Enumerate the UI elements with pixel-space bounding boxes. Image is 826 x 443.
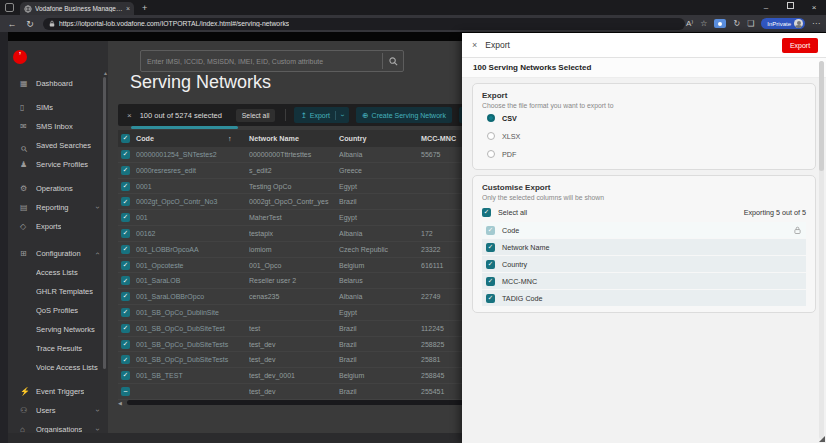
sidebar-item[interactable]: QoS Profiles	[8, 301, 108, 320]
radio-button[interactable]	[487, 132, 495, 140]
sidebar-item[interactable]: ✉ SMS Inbox	[8, 117, 108, 136]
format-option[interactable]: CSV	[487, 109, 806, 127]
row-checkbox[interactable]: ✓	[121, 197, 130, 206]
column-checkbox[interactable]: ✓	[486, 243, 495, 252]
favorites-star-icon[interactable]: ☆	[700, 19, 707, 28]
back-icon[interactable]: ←	[3, 19, 21, 29]
select-all-button[interactable]: Select all	[236, 109, 276, 122]
cell-code: 001	[136, 210, 246, 225]
web-capture-icon[interactable]	[714, 19, 726, 28]
sidebar-item[interactable]: ⚡ Event Triggers	[8, 382, 108, 401]
column-checkbox[interactable]: ✓	[486, 226, 495, 235]
row-checkbox[interactable]: ✓	[121, 292, 130, 301]
sidebar-scroll-up-icon[interactable]: ▴	[104, 69, 107, 76]
row-checkbox[interactable]: –	[121, 387, 130, 396]
table-top-scrollbar[interactable]	[131, 126, 238, 129]
row-checkbox[interactable]: ✓	[121, 371, 130, 380]
sidebar-item[interactable]: ⚇ Users ›	[8, 401, 108, 420]
more-menu-icon[interactable]: ⋯	[812, 19, 820, 28]
panel-export-button[interactable]: Export	[782, 38, 818, 53]
select-all-checkbox[interactable]: ✓	[482, 208, 491, 217]
search-input[interactable]	[141, 58, 382, 65]
check-icon: ✓	[123, 341, 128, 348]
row-checkbox[interactable]: ✓	[121, 150, 130, 159]
tab-search-icon[interactable]	[5, 3, 14, 12]
column-header-mcc-mnc[interactable]: MCC-MNC	[421, 130, 456, 147]
column-item[interactable]: ✓ Code	[482, 222, 806, 238]
resize-grip[interactable]	[819, 436, 825, 442]
check-icon: ✓	[123, 230, 128, 237]
column-header-code[interactable]: Code	[136, 130, 154, 147]
cell-network-name: iomiom	[249, 242, 337, 257]
header-checkbox[interactable]: ✓	[121, 134, 130, 143]
column-header-country[interactable]: Country	[339, 130, 367, 147]
column-checkbox[interactable]: ✓	[486, 277, 495, 286]
column-item[interactable]: ✓ Network Name	[482, 239, 806, 255]
format-option[interactable]: XLSX	[487, 127, 806, 145]
sidebar-item[interactable]: Serving Networks	[8, 320, 108, 339]
tab-close-icon[interactable]: ×	[126, 5, 130, 12]
row-checkbox[interactable]: ✓	[121, 276, 130, 285]
sidebar-item[interactable]: ⚲ Saved Searches	[8, 136, 108, 155]
window-minimize-button[interactable]: –	[754, 0, 778, 15]
format-option[interactable]: PDF	[487, 145, 806, 163]
sidebar-item[interactable]: GHLR Templates	[8, 282, 108, 301]
reload-circle-icon[interactable]: ↻	[733, 19, 740, 28]
split-screen-icon[interactable]: ❏	[747, 19, 754, 28]
row-checkbox[interactable]: ✓	[121, 355, 130, 364]
export-button[interactable]: ↥ Export ›	[294, 107, 349, 123]
column-item[interactable]: ✓ MCC-MNC	[482, 273, 806, 289]
read-aloud-icon[interactable]: A⁾	[686, 19, 693, 28]
row-checkbox[interactable]: ✓	[121, 340, 130, 349]
customise-card: Customise Export Only the selected colum…	[472, 175, 816, 313]
row-checkbox[interactable]: ✓	[121, 229, 130, 238]
row-checkbox[interactable]: ✓	[121, 213, 130, 222]
panel-close-icon[interactable]: ×	[472, 40, 477, 50]
row-checkbox[interactable]: ✓	[121, 245, 130, 254]
sidebar-item[interactable]: ♟ Service Profiles	[8, 155, 108, 174]
sidebar-item-label: Access Lists	[36, 268, 78, 277]
radio-button[interactable]	[487, 114, 495, 122]
new-tab-button[interactable]: +	[142, 3, 147, 13]
radio-button[interactable]	[487, 150, 495, 158]
export-chevron-icon[interactable]: ›	[339, 114, 346, 116]
row-checkbox[interactable]: ✓	[121, 324, 130, 333]
row-checkbox[interactable]: ✓	[121, 308, 130, 317]
sidebar-item[interactable]: ▯ SIMs	[8, 98, 108, 117]
row-checkbox[interactable]: ✓	[121, 261, 130, 270]
sidebar-item[interactable]: ⊞ Configuration ›	[8, 244, 108, 263]
cell-code: 001_SB_OpCo_DublinSite	[136, 305, 246, 320]
sidebar-item[interactable]: Trace Results	[8, 339, 108, 358]
sidebar-item[interactable]: ▤ Reporting ›	[8, 198, 108, 217]
browser-tab[interactable]: Vodafone Business Managed IoT ×	[20, 2, 134, 15]
refresh-icon[interactable]: ↻	[21, 19, 39, 29]
scroll-left-icon[interactable]: ◀	[118, 400, 122, 406]
sidebar-item[interactable]: Voice Access Lists	[8, 358, 108, 377]
panel-scroll-thumb[interactable]	[819, 61, 824, 171]
sidebar-item[interactable]: ◇ Exports	[8, 217, 108, 236]
address-bar[interactable]: https://iotportal-lob.vodafone.com/IOTPO…	[43, 18, 685, 30]
clear-selection-icon[interactable]: ×	[127, 111, 132, 120]
search-icon	[389, 57, 398, 66]
sort-asc-icon[interactable]: ↑	[228, 130, 232, 147]
column-checkbox[interactable]: ✓	[486, 260, 495, 269]
column-item[interactable]: ✓ Country	[482, 256, 806, 272]
window-close-button[interactable]: ×	[802, 0, 826, 15]
column-item-label: TADIG Code	[502, 294, 543, 303]
row-checkbox[interactable]: ✓	[121, 182, 130, 191]
sidebar-scrollbar[interactable]	[103, 77, 106, 369]
sidebar-item[interactable]: Access Lists	[8, 263, 108, 282]
cell-network-name: 0002gt_OpcO_Contr_yes	[249, 194, 337, 209]
create-serving-network-button[interactable]: ⊕ Create Serving Network	[356, 107, 452, 123]
sidebar-item[interactable]: ▦ Dashboard	[8, 74, 108, 93]
cell-country: Brazil	[339, 321, 417, 336]
window-restore-button[interactable]	[778, 0, 802, 15]
panel-scrollbar[interactable]	[819, 61, 824, 439]
column-item[interactable]: ✓ TADIG Code	[482, 290, 806, 306]
inprivate-badge[interactable]: InPrivate	[761, 18, 805, 29]
search-button[interactable]	[382, 53, 403, 69]
row-checkbox[interactable]: ✓	[121, 166, 130, 175]
sidebar-item[interactable]: ⚙ Operations	[8, 179, 108, 198]
column-checkbox[interactable]: ✓	[486, 294, 495, 303]
column-header-network-name[interactable]: Network Name	[249, 130, 299, 147]
